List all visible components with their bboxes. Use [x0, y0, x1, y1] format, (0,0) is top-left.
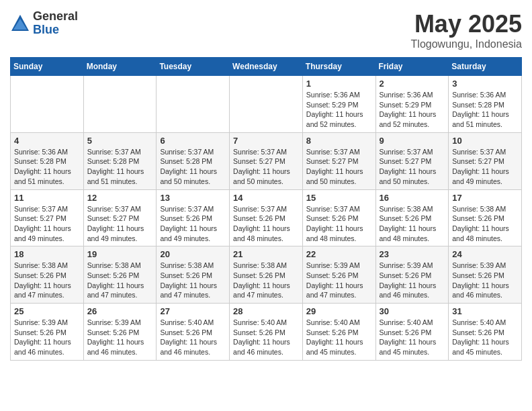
calendar-day-cell	[157, 76, 230, 133]
day-info: Sunrise: 5:37 AM Sunset: 5:26 PM Dayligh…	[306, 204, 372, 244]
calendar-day-header: Saturday	[449, 58, 522, 76]
calendar-day-cell: 2Sunrise: 5:36 AM Sunset: 5:29 PM Daylig…	[375, 76, 449, 133]
day-number: 23	[380, 249, 445, 259]
calendar-day-cell: 26Sunrise: 5:39 AM Sunset: 5:26 PM Dayli…	[83, 304, 157, 361]
day-number: 25	[14, 306, 80, 316]
day-info: Sunrise: 5:39 AM Sunset: 5:26 PM Dayligh…	[380, 261, 445, 300]
day-number: 29	[306, 306, 372, 316]
calendar-day-cell: 7Sunrise: 5:37 AM Sunset: 5:27 PM Daylig…	[230, 132, 303, 189]
day-info: Sunrise: 5:40 AM Sunset: 5:26 PM Dayligh…	[452, 318, 518, 357]
logo-blue-text: Blue	[33, 24, 78, 37]
calendar-week-row: 11Sunrise: 5:37 AM Sunset: 5:27 PM Dayli…	[11, 189, 522, 246]
page-header: General Blue May 2025 Tlogowungu, Indone…	[10, 10, 522, 50]
day-info: Sunrise: 5:37 AM Sunset: 5:27 PM Dayligh…	[306, 147, 372, 187]
day-info: Sunrise: 5:38 AM Sunset: 5:26 PM Dayligh…	[87, 261, 153, 300]
day-info: Sunrise: 5:37 AM Sunset: 5:27 PM Dayligh…	[380, 147, 445, 187]
calendar-day-cell: 16Sunrise: 5:38 AM Sunset: 5:26 PM Dayli…	[375, 189, 449, 246]
calendar-day-cell: 1Sunrise: 5:36 AM Sunset: 5:29 PM Daylig…	[302, 76, 375, 133]
calendar-week-row: 25Sunrise: 5:39 AM Sunset: 5:26 PM Dayli…	[11, 304, 522, 361]
day-number: 31	[452, 306, 518, 316]
day-number: 13	[160, 193, 226, 203]
calendar-day-cell: 22Sunrise: 5:39 AM Sunset: 5:26 PM Dayli…	[302, 246, 375, 304]
title-block: May 2025 Tlogowungu, Indonesia	[411, 10, 522, 50]
day-info: Sunrise: 5:36 AM Sunset: 5:28 PM Dayligh…	[14, 147, 80, 187]
day-number: 24	[452, 249, 518, 259]
day-number: 10	[452, 136, 518, 146]
day-number: 7	[233, 136, 299, 146]
day-number: 28	[233, 306, 299, 316]
day-number: 27	[160, 306, 226, 316]
day-info: Sunrise: 5:36 AM Sunset: 5:29 PM Dayligh…	[306, 90, 372, 130]
day-info: Sunrise: 5:38 AM Sunset: 5:26 PM Dayligh…	[452, 204, 518, 244]
day-info: Sunrise: 5:40 AM Sunset: 5:26 PM Dayligh…	[380, 318, 445, 357]
day-info: Sunrise: 5:39 AM Sunset: 5:26 PM Dayligh…	[306, 261, 372, 300]
calendar-day-cell: 17Sunrise: 5:38 AM Sunset: 5:26 PM Dayli…	[449, 189, 522, 246]
calendar-day-cell: 6Sunrise: 5:37 AM Sunset: 5:28 PM Daylig…	[157, 132, 230, 189]
calendar-day-cell: 19Sunrise: 5:38 AM Sunset: 5:26 PM Dayli…	[83, 246, 157, 304]
day-info: Sunrise: 5:37 AM Sunset: 5:28 PM Dayligh…	[160, 147, 226, 187]
calendar-day-cell: 11Sunrise: 5:37 AM Sunset: 5:27 PM Dayli…	[11, 189, 84, 246]
day-number: 1	[306, 79, 372, 89]
calendar-day-cell: 13Sunrise: 5:37 AM Sunset: 5:26 PM Dayli…	[157, 189, 230, 246]
calendar-day-header: Friday	[375, 58, 449, 76]
logo: General Blue	[10, 10, 78, 37]
day-info: Sunrise: 5:36 AM Sunset: 5:28 PM Dayligh…	[452, 90, 518, 130]
day-info: Sunrise: 5:37 AM Sunset: 5:27 PM Dayligh…	[87, 204, 153, 244]
day-info: Sunrise: 5:39 AM Sunset: 5:26 PM Dayligh…	[452, 261, 518, 300]
day-info: Sunrise: 5:38 AM Sunset: 5:26 PM Dayligh…	[14, 261, 80, 300]
day-number: 18	[14, 249, 80, 259]
day-number: 16	[380, 193, 445, 203]
day-info: Sunrise: 5:40 AM Sunset: 5:26 PM Dayligh…	[160, 318, 226, 357]
day-info: Sunrise: 5:37 AM Sunset: 5:27 PM Dayligh…	[233, 147, 299, 187]
calendar-header-row: SundayMondayTuesdayWednesdayThursdayFrid…	[11, 58, 522, 76]
day-info: Sunrise: 5:37 AM Sunset: 5:26 PM Dayligh…	[233, 204, 299, 244]
calendar-day-cell: 9Sunrise: 5:37 AM Sunset: 5:27 PM Daylig…	[375, 132, 449, 189]
day-number: 26	[87, 306, 153, 316]
calendar-day-cell: 4Sunrise: 5:36 AM Sunset: 5:28 PM Daylig…	[11, 132, 84, 189]
calendar-day-header: Sunday	[11, 58, 84, 76]
location-subtitle: Tlogowungu, Indonesia	[411, 38, 522, 50]
day-info: Sunrise: 5:37 AM Sunset: 5:28 PM Dayligh…	[87, 147, 153, 187]
day-info: Sunrise: 5:39 AM Sunset: 5:26 PM Dayligh…	[87, 318, 153, 357]
calendar-day-cell: 8Sunrise: 5:37 AM Sunset: 5:27 PM Daylig…	[302, 132, 375, 189]
calendar-day-cell: 12Sunrise: 5:37 AM Sunset: 5:27 PM Dayli…	[83, 189, 157, 246]
calendar-day-header: Tuesday	[157, 58, 230, 76]
calendar-week-row: 1Sunrise: 5:36 AM Sunset: 5:29 PM Daylig…	[11, 76, 522, 133]
calendar-day-cell: 30Sunrise: 5:40 AM Sunset: 5:26 PM Dayli…	[375, 304, 449, 361]
day-number: 2	[380, 79, 445, 89]
calendar-day-cell: 23Sunrise: 5:39 AM Sunset: 5:26 PM Dayli…	[375, 246, 449, 304]
day-info: Sunrise: 5:38 AM Sunset: 5:26 PM Dayligh…	[380, 204, 445, 244]
calendar-day-cell: 31Sunrise: 5:40 AM Sunset: 5:26 PM Dayli…	[449, 304, 522, 361]
calendar-day-cell	[230, 76, 303, 133]
day-number: 3	[452, 79, 518, 89]
day-number: 14	[233, 193, 299, 203]
logo-general-text: General	[33, 10, 78, 24]
month-year-title: May 2025	[411, 10, 522, 38]
day-number: 30	[380, 306, 445, 316]
day-number: 9	[380, 136, 445, 146]
day-number: 21	[233, 249, 299, 259]
day-info: Sunrise: 5:37 AM Sunset: 5:26 PM Dayligh…	[160, 204, 226, 244]
calendar-day-cell: 5Sunrise: 5:37 AM Sunset: 5:28 PM Daylig…	[83, 132, 157, 189]
day-info: Sunrise: 5:37 AM Sunset: 5:27 PM Dayligh…	[452, 147, 518, 187]
day-number: 17	[452, 193, 518, 203]
day-number: 5	[87, 136, 153, 146]
calendar-day-cell: 28Sunrise: 5:40 AM Sunset: 5:26 PM Dayli…	[230, 304, 303, 361]
calendar-day-cell: 24Sunrise: 5:39 AM Sunset: 5:26 PM Dayli…	[449, 246, 522, 304]
day-info: Sunrise: 5:40 AM Sunset: 5:26 PM Dayligh…	[233, 318, 299, 357]
day-number: 8	[306, 136, 372, 146]
day-number: 15	[306, 193, 372, 203]
day-number: 12	[87, 193, 153, 203]
calendar-day-cell: 10Sunrise: 5:37 AM Sunset: 5:27 PM Dayli…	[449, 132, 522, 189]
day-info: Sunrise: 5:36 AM Sunset: 5:29 PM Dayligh…	[380, 90, 445, 130]
calendar-day-cell: 3Sunrise: 5:36 AM Sunset: 5:28 PM Daylig…	[449, 76, 522, 133]
calendar-table: SundayMondayTuesdayWednesdayThursdayFrid…	[10, 57, 522, 361]
calendar-day-cell	[11, 76, 84, 133]
day-number: 11	[14, 193, 80, 203]
calendar-day-header: Thursday	[302, 58, 375, 76]
day-info: Sunrise: 5:37 AM Sunset: 5:27 PM Dayligh…	[14, 204, 80, 244]
day-number: 20	[160, 249, 226, 259]
calendar-day-cell: 14Sunrise: 5:37 AM Sunset: 5:26 PM Dayli…	[230, 189, 303, 246]
calendar-day-cell	[83, 76, 157, 133]
calendar-day-cell: 29Sunrise: 5:40 AM Sunset: 5:26 PM Dayli…	[302, 304, 375, 361]
